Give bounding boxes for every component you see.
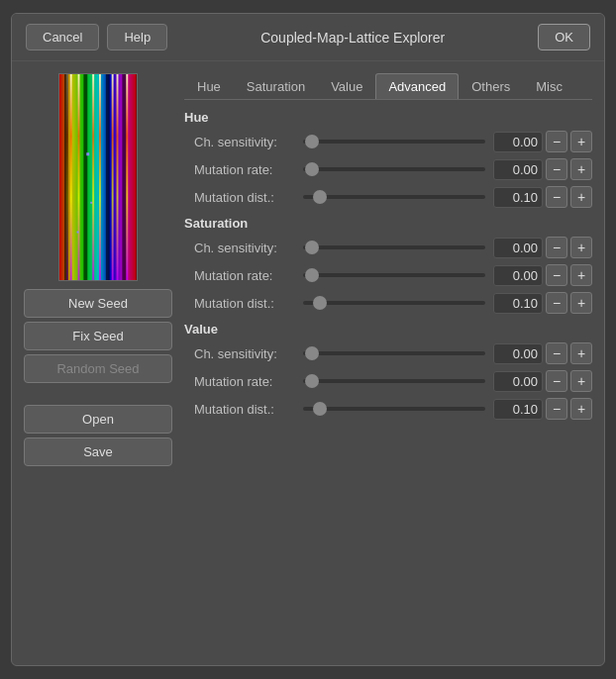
- val-mutation-dist-slider[interactable]: [303, 399, 485, 419]
- val-mutation-dist-row: Mutation dist.: − +: [184, 398, 592, 420]
- preview-image: [58, 73, 138, 281]
- sat-ch-sensitivity-increment[interactable]: +: [570, 237, 592, 258]
- val-mutation-dist-thumb[interactable]: [313, 402, 327, 416]
- open-button[interactable]: Open: [24, 405, 172, 434]
- hue-ch-sensitivity-increment[interactable]: +: [570, 131, 592, 152]
- sat-mutation-rate-slider[interactable]: [303, 265, 485, 285]
- seed-buttons: New Seed Fix Seed Random Seed: [24, 289, 172, 383]
- sat-ch-sensitivity-label: Ch. sensitivity:: [194, 241, 303, 255]
- save-button[interactable]: Save: [24, 437, 172, 466]
- val-mutation-dist-track: [303, 407, 485, 411]
- sat-mutation-rate-value[interactable]: [493, 265, 543, 286]
- cancel-button[interactable]: Cancel: [26, 24, 99, 50]
- sat-ch-sensitivity-row: Ch. sensitivity: − +: [184, 237, 592, 258]
- saturation-section-title: Saturation: [184, 216, 592, 231]
- val-ch-sensitivity-value[interactable]: [493, 343, 543, 364]
- hue-mutation-dist-row: Mutation dist.: − +: [184, 186, 592, 208]
- hue-mutation-rate-value[interactable]: [493, 159, 543, 180]
- sat-mutation-dist-slider[interactable]: [303, 293, 485, 313]
- sat-mutation-rate-label: Mutation rate:: [194, 268, 303, 283]
- value-section-title: Value: [184, 322, 592, 337]
- help-button[interactable]: Help: [107, 24, 167, 50]
- val-mutation-rate-row: Mutation rate: − +: [184, 370, 592, 392]
- sat-mutation-rate-thumb[interactable]: [305, 268, 319, 282]
- dialog: Cancel Help Coupled-Map-Lattice Explorer…: [11, 13, 605, 666]
- hue-mutation-rate-label: Mutation rate:: [194, 162, 303, 177]
- sat-ch-sensitivity-track: [303, 245, 485, 249]
- val-mutation-rate-decrement[interactable]: −: [546, 370, 567, 392]
- hue-ch-sensitivity-row: Ch. sensitivity: − +: [184, 131, 592, 152]
- tab-misc[interactable]: Misc: [523, 73, 575, 99]
- preview-canvas: [59, 74, 137, 280]
- right-panel: Hue Saturation Value Advanced Others Mis…: [184, 73, 592, 466]
- val-ch-sensitivity-row: Ch. sensitivity: − +: [184, 342, 592, 364]
- val-mutation-rate-slider[interactable]: [303, 371, 485, 391]
- fix-seed-button[interactable]: Fix Seed: [24, 322, 172, 350]
- tabs-bar: Hue Saturation Value Advanced Others Mis…: [184, 73, 592, 100]
- hue-ch-sensitivity-slider[interactable]: [303, 132, 485, 151]
- val-mutation-dist-value[interactable]: [493, 399, 543, 420]
- file-buttons: Open Save: [24, 405, 172, 466]
- val-ch-sensitivity-decrement[interactable]: −: [546, 342, 567, 364]
- new-seed-button[interactable]: New Seed: [24, 289, 172, 318]
- hue-section-title: Hue: [184, 110, 592, 125]
- sat-mutation-dist-decrement[interactable]: −: [546, 292, 567, 314]
- hue-mutation-rate-decrement[interactable]: −: [546, 158, 567, 180]
- hue-mutation-rate-thumb[interactable]: [305, 162, 319, 176]
- sat-mutation-rate-increment[interactable]: +: [570, 264, 592, 286]
- tab-advanced[interactable]: Advanced: [375, 73, 459, 99]
- val-ch-sensitivity-label: Ch. sensitivity:: [194, 346, 303, 361]
- sat-ch-sensitivity-decrement[interactable]: −: [546, 237, 567, 258]
- val-mutation-dist-decrement[interactable]: −: [546, 398, 567, 420]
- val-mutation-dist-label: Mutation dist.:: [194, 402, 303, 417]
- dialog-title: Coupled-Map-Lattice Explorer: [175, 30, 530, 46]
- hue-mutation-rate-increment[interactable]: +: [570, 158, 592, 180]
- val-ch-sensitivity-increment[interactable]: +: [570, 342, 592, 364]
- left-panel: New Seed Fix Seed Random Seed Open Save: [24, 73, 172, 466]
- hue-mutation-rate-slider[interactable]: [303, 159, 485, 179]
- sat-mutation-dist-increment[interactable]: +: [570, 292, 592, 314]
- val-ch-sensitivity-slider[interactable]: [303, 343, 485, 363]
- tab-value[interactable]: Value: [318, 73, 375, 99]
- sat-mutation-rate-track: [303, 273, 485, 277]
- val-mutation-rate-thumb[interactable]: [305, 374, 319, 388]
- hue-mutation-dist-decrement[interactable]: −: [546, 186, 567, 208]
- sat-mutation-rate-row: Mutation rate: − +: [184, 264, 592, 286]
- hue-mutation-rate-row: Mutation rate: − +: [184, 158, 592, 180]
- val-mutation-dist-increment[interactable]: +: [570, 398, 592, 420]
- hue-ch-sensitivity-label: Ch. sensitivity:: [194, 135, 303, 149]
- val-ch-sensitivity-track: [303, 351, 485, 355]
- hue-mutation-dist-value[interactable]: [493, 187, 543, 208]
- sat-ch-sensitivity-value[interactable]: [493, 238, 543, 258]
- sat-mutation-dist-row: Mutation dist.: − +: [184, 292, 592, 314]
- ok-button[interactable]: OK: [538, 24, 590, 50]
- hue-ch-sensitivity-track: [303, 140, 485, 144]
- hue-ch-sensitivity-thumb[interactable]: [305, 135, 319, 148]
- val-mutation-rate-increment[interactable]: +: [570, 370, 592, 392]
- sat-mutation-dist-track: [303, 301, 485, 305]
- sat-mutation-dist-value[interactable]: [493, 293, 543, 314]
- val-mutation-rate-label: Mutation rate:: [194, 374, 303, 389]
- hue-mutation-dist-increment[interactable]: +: [570, 186, 592, 208]
- sat-ch-sensitivity-thumb[interactable]: [305, 241, 319, 254]
- hue-mutation-dist-label: Mutation dist.:: [194, 190, 303, 205]
- val-ch-sensitivity-thumb[interactable]: [305, 346, 319, 360]
- hue-mutation-dist-slider[interactable]: [303, 187, 485, 207]
- val-mutation-rate-value[interactable]: [493, 371, 543, 392]
- random-seed-button[interactable]: Random Seed: [24, 354, 172, 383]
- val-mutation-rate-track: [303, 379, 485, 383]
- sat-mutation-dist-thumb[interactable]: [313, 296, 327, 310]
- hue-ch-sensitivity-decrement[interactable]: −: [546, 131, 567, 152]
- sat-mutation-dist-label: Mutation dist.:: [194, 296, 303, 311]
- tab-hue[interactable]: Hue: [184, 73, 234, 99]
- sat-ch-sensitivity-slider[interactable]: [303, 238, 485, 257]
- hue-mutation-dist-track: [303, 195, 485, 199]
- content-area: New Seed Fix Seed Random Seed Open Save …: [12, 61, 604, 478]
- title-bar: Cancel Help Coupled-Map-Lattice Explorer…: [12, 14, 604, 61]
- hue-mutation-rate-track: [303, 167, 485, 171]
- hue-ch-sensitivity-value[interactable]: [493, 132, 543, 152]
- tab-saturation[interactable]: Saturation: [234, 73, 318, 99]
- sat-mutation-rate-decrement[interactable]: −: [546, 264, 567, 286]
- hue-mutation-dist-thumb[interactable]: [313, 190, 327, 204]
- tab-others[interactable]: Others: [459, 73, 523, 99]
